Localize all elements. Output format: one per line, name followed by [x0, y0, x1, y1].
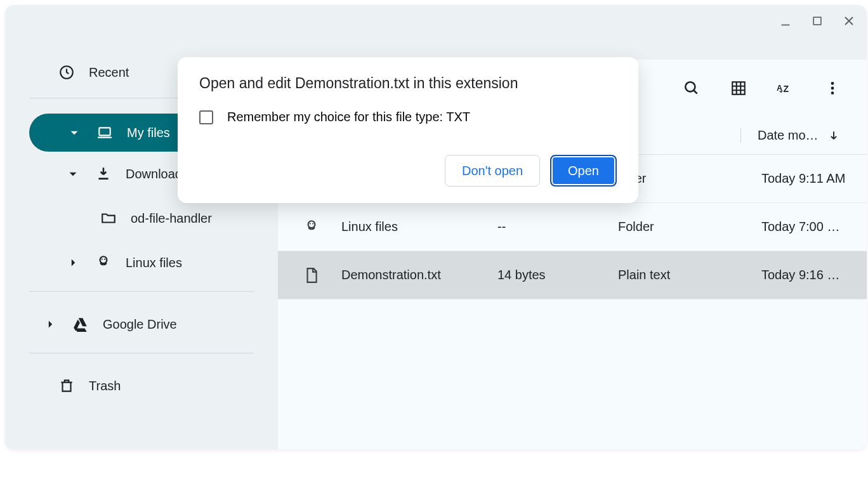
chevron-right-icon [65, 254, 81, 271]
grid-view-button[interactable] [730, 79, 747, 97]
svg-point-11 [831, 87, 834, 90]
laptop-icon [96, 124, 113, 141]
drive-icon [72, 316, 89, 332]
open-file-dialog: Open and edit Demonstration.txt in this … [178, 57, 638, 203]
grid-icon [730, 80, 747, 96]
checkbox[interactable] [199, 110, 213, 124]
dialog-title: Open and edit Demonstration.txt in this … [199, 75, 617, 92]
more-button[interactable] [824, 79, 841, 97]
sidebar-item-trash[interactable]: Trash [5, 364, 253, 408]
sidebar-item-label: Google Drive [103, 317, 177, 332]
sidebar-item-label: My files [127, 126, 170, 140]
window-titlebar [5, 5, 867, 37]
chevron-down-icon [65, 166, 81, 182]
chevron-down-icon [66, 124, 82, 141]
svg-point-15 [312, 223, 313, 224]
col-date[interactable]: Date mo… [741, 128, 867, 143]
sort-az-icon: AZ [777, 81, 794, 96]
sort-button[interactable]: AZ [777, 79, 794, 97]
trash-icon [58, 378, 75, 394]
chevron-right-icon [42, 316, 58, 332]
search-icon [683, 80, 700, 96]
penguin-icon [303, 219, 320, 235]
svg-rect-7 [732, 82, 745, 95]
sidebar-item-label: od-file-handler [131, 211, 212, 226]
table-row[interactable]: Demonstration.txt 14 bytes Plain text To… [278, 251, 867, 299]
svg-point-4 [102, 259, 103, 260]
svg-text:Z: Z [784, 84, 789, 94]
clock-icon [58, 64, 75, 81]
sidebar-item-label: Trash [89, 379, 121, 393]
svg-rect-0 [813, 17, 821, 25]
minimize-button[interactable] [778, 13, 793, 29]
maximize-button[interactable] [810, 13, 825, 29]
open-button[interactable]: Open [550, 155, 617, 187]
sort-desc-icon [827, 129, 840, 142]
file-icon [303, 267, 320, 284]
sidebar-item-label: Linux files [126, 256, 182, 270]
remember-choice-row[interactable]: Remember my choice for this file type: T… [199, 110, 617, 124]
svg-point-10 [831, 82, 834, 85]
table-row[interactable]: Linux files -- Folder Today 7:00 … [278, 203, 867, 251]
folder-icon [100, 210, 117, 227]
svg-point-14 [310, 223, 311, 224]
remember-label: Remember my choice for this file type: T… [227, 110, 470, 124]
files-app-window: Recent My files Downloads od-file-handle… [5, 5, 867, 449]
dont-open-button[interactable]: Don't open [445, 155, 540, 187]
sidebar-item-label: Recent [89, 65, 129, 80]
sidebar-item-gdrive[interactable]: Google Drive [5, 302, 253, 346]
download-icon [95, 166, 112, 182]
svg-point-13 [308, 221, 315, 228]
sidebar-item-linux[interactable]: Linux files [5, 240, 253, 285]
svg-rect-2 [99, 128, 110, 135]
close-button[interactable] [841, 13, 857, 29]
svg-point-5 [104, 259, 105, 260]
search-button[interactable] [683, 79, 700, 97]
svg-point-12 [831, 91, 834, 95]
svg-point-6 [685, 82, 695, 91]
more-vert-icon [824, 80, 841, 96]
penguin-icon [95, 254, 112, 271]
svg-point-3 [100, 256, 107, 263]
